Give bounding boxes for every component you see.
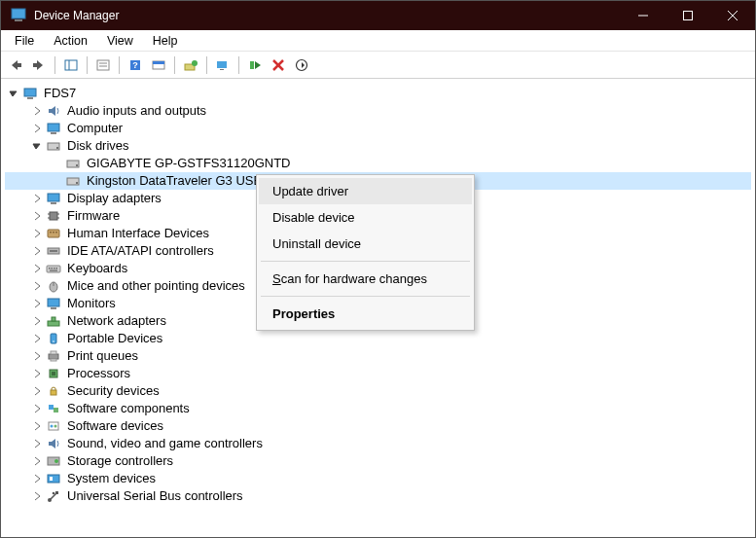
expand-icon[interactable] [30, 402, 44, 415]
svg-rect-52 [56, 268, 58, 269]
tree-node-label: Audio inputs and outputs [65, 102, 208, 120]
svg-rect-53 [50, 270, 57, 271]
expand-icon[interactable] [30, 384, 44, 398]
menu-action[interactable]: Action [44, 31, 97, 51]
svg-rect-25 [24, 89, 36, 96]
help-button[interactable]: ? [125, 54, 146, 76]
tree-node-computer[interactable]: Computer [5, 120, 751, 137]
menu-help[interactable]: Help [143, 31, 188, 51]
tree-node-diskdrives[interactable]: Disk drives [5, 137, 751, 155]
context-menu-separator [261, 261, 470, 262]
tree-root[interactable]: FDS7 [5, 85, 751, 102]
svg-rect-63 [51, 351, 56, 354]
tree-node-printq[interactable]: Print queues [5, 347, 751, 365]
svg-point-71 [51, 425, 54, 428]
menu-file[interactable]: File [5, 31, 44, 51]
collapse-icon[interactable] [30, 139, 44, 153]
expand-icon[interactable] [30, 367, 44, 380]
speaker-icon [46, 436, 61, 451]
svg-rect-8 [65, 60, 77, 70]
tree-node-portable[interactable]: Portable Devices [5, 330, 751, 347]
expand-icon[interactable] [30, 297, 44, 310]
expand-icon[interactable] [30, 472, 44, 485]
tree-node-swcomp[interactable]: Software components [5, 400, 751, 417]
svg-rect-28 [51, 132, 56, 134]
monitor-icon [46, 191, 61, 206]
close-button[interactable] [710, 1, 755, 30]
toolbar: ? [1, 52, 755, 79]
expander-placeholder [50, 157, 63, 170]
expand-icon[interactable] [30, 454, 44, 468]
svg-rect-27 [48, 124, 59, 131]
svg-rect-62 [49, 354, 58, 359]
scan-hardware-button[interactable] [212, 54, 234, 76]
forward-button[interactable] [28, 54, 50, 76]
tree-node-audio[interactable]: Audio inputs and outputs [5, 102, 751, 120]
expand-icon[interactable] [30, 279, 44, 293]
show-hide-tree-button[interactable] [60, 54, 82, 76]
expand-icon[interactable] [30, 122, 44, 135]
context-menu-item[interactable]: Properties [259, 301, 472, 327]
context-menu-item[interactable]: Update driver [259, 178, 472, 204]
uninstall-button[interactable] [268, 54, 289, 76]
expand-icon[interactable] [30, 104, 44, 118]
tree-node-label: Sound, video and game controllers [65, 435, 265, 452]
storage-icon [46, 453, 61, 469]
minimize-button[interactable] [621, 1, 666, 30]
expand-icon[interactable] [30, 489, 44, 503]
tree-node-usb[interactable]: Universal Serial Bus controllers [5, 487, 751, 505]
expand-icon[interactable] [30, 227, 44, 240]
expand-icon[interactable] [30, 209, 44, 223]
maximize-button[interactable] [666, 1, 710, 30]
tree-root-label: FDS7 [42, 85, 78, 102]
enable-button[interactable] [244, 54, 266, 76]
svg-rect-19 [217, 61, 227, 68]
svg-rect-51 [54, 268, 55, 269]
expand-icon[interactable] [30, 437, 44, 450]
toolbar-separator [54, 56, 55, 74]
expand-icon[interactable] [30, 332, 44, 345]
tree-node-sound[interactable]: Sound, video and game controllers [5, 435, 751, 452]
tree-node-label: Software devices [65, 417, 165, 435]
svg-rect-42 [48, 230, 59, 237]
context-menu-item[interactable]: Scan for hardware changes [259, 266, 472, 292]
svg-point-61 [53, 341, 54, 342]
tree-node-label: Computer [65, 120, 125, 137]
context-menu-item[interactable]: Uninstall device [259, 231, 472, 257]
svg-rect-0 [12, 9, 25, 18]
context-menu-item[interactable]: Disable device [259, 204, 472, 231]
svg-rect-50 [52, 268, 54, 269]
app-icon [11, 8, 26, 23]
tree-node-disk1[interactable]: GIGABYTE GP-GSTFS31120GNTD [5, 155, 751, 172]
device-manager-window: Device Manager File Action View Help ? [0, 0, 756, 538]
tree-node-processors[interactable]: Processors [5, 365, 751, 382]
tree-node-security[interactable]: Security devices [5, 382, 751, 400]
tree-node-swdev[interactable]: Software devices [5, 417, 751, 435]
device-tree-pane: FDS7 Audio inputs and outputsComputerDis… [1, 79, 755, 537]
expand-icon[interactable] [30, 192, 44, 205]
tree-node-label: Mice and other pointing devices [65, 277, 247, 295]
svg-rect-59 [52, 317, 55, 321]
expander-placeholder [50, 174, 63, 188]
action-button[interactable] [148, 54, 169, 76]
expand-icon[interactable] [30, 262, 44, 275]
disable-button[interactable] [291, 54, 312, 76]
tree-node-label: System devices [65, 470, 158, 487]
tree-node-label: Firmware [65, 207, 122, 225]
titlebar: Device Manager [1, 1, 755, 30]
update-driver-button[interactable] [180, 54, 201, 76]
expand-icon[interactable] [30, 349, 44, 363]
back-button[interactable] [5, 54, 26, 76]
tree-node-label: Processors [65, 365, 132, 382]
svg-rect-43 [50, 232, 52, 233]
expand-icon[interactable] [30, 244, 44, 258]
tree-node-system[interactable]: System devices [5, 470, 751, 487]
svg-point-18 [192, 60, 198, 66]
expand-icon[interactable] [30, 419, 44, 433]
menu-view[interactable]: View [97, 31, 143, 51]
tree-node-storage[interactable]: Storage controllers [5, 452, 751, 470]
expand-icon[interactable] [30, 314, 44, 328]
expander-icon[interactable] [7, 87, 20, 100]
toolbar-separator [174, 56, 175, 74]
properties-button[interactable] [92, 54, 114, 76]
